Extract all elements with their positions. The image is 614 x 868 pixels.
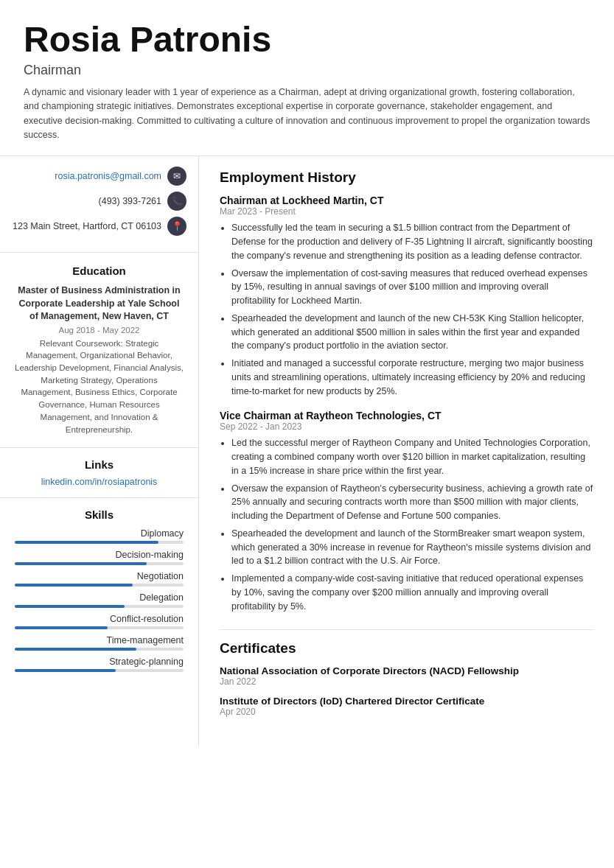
skill-item: Time-management bbox=[15, 635, 184, 651]
contact-section: rosia.patronis@gmail.com ✉ (493) 393-726… bbox=[0, 156, 198, 253]
job-date: Mar 2023 - Present bbox=[220, 206, 593, 217]
skill-item: Diplomacy bbox=[15, 528, 184, 544]
page-header: Rosia Patronis Chairman A dynamic and vi… bbox=[0, 0, 614, 156]
job-bullet: Led the successful merger of Raytheon Co… bbox=[231, 436, 593, 477]
skill-name: Delegation bbox=[15, 592, 184, 603]
skills-section: Skills Diplomacy Decision-making Negotia… bbox=[0, 498, 198, 688]
email-icon: ✉ bbox=[167, 167, 186, 186]
education-title: Master of Business Administration in Cor… bbox=[15, 284, 184, 323]
skill-name: Time-management bbox=[15, 635, 184, 645]
job-bullet: Spearheaded the development and launch o… bbox=[231, 527, 593, 568]
links-heading: Links bbox=[15, 458, 184, 471]
job-entry: Chairman at Lockheed Martin, CT Mar 2023… bbox=[220, 195, 593, 398]
candidate-title: Chairman bbox=[24, 63, 590, 78]
job-bullets: Successfully led the team in securing a … bbox=[220, 221, 593, 398]
job-bullet: Implemented a company-wide cost-saving i… bbox=[231, 572, 593, 613]
skill-bar-fill bbox=[15, 648, 136, 651]
job-entry: Vice Chairman at Raytheon Technologies, … bbox=[220, 410, 593, 613]
skill-item: Conflict-resolution bbox=[15, 614, 184, 629]
location-icon: 📍 bbox=[167, 217, 186, 236]
job-bullet: Oversaw the expansion of Raytheon's cybe… bbox=[231, 482, 593, 523]
sidebar: rosia.patronis@gmail.com ✉ (493) 393-726… bbox=[0, 156, 199, 746]
skill-name: Decision-making bbox=[15, 550, 184, 560]
candidate-name: Rosia Patronis bbox=[24, 21, 590, 60]
job-bullet: Spearheaded the development and launch o… bbox=[231, 312, 593, 353]
email-link[interactable]: rosia.patronis@gmail.com bbox=[55, 171, 161, 181]
skill-item: Negotiation bbox=[15, 571, 184, 587]
cert-date: Jan 2022 bbox=[220, 676, 593, 687]
job-bullet: Oversaw the implementation of cost-savin… bbox=[231, 267, 593, 308]
job-bullets: Led the successful merger of Raytheon Co… bbox=[220, 436, 593, 613]
skill-bar-bg bbox=[15, 669, 184, 672]
job-bullet: Successfully led the team in securing a … bbox=[231, 221, 593, 262]
phone-icon: 📞 bbox=[167, 192, 186, 211]
skill-bar-fill bbox=[15, 626, 108, 629]
address-item: 123 Main Street, Hartford, CT 06103 📍 bbox=[12, 217, 186, 236]
links-section: Links linkedin.com/in/rosiapatronis bbox=[0, 448, 198, 498]
certificates-section: Certificates National Association of Cor… bbox=[220, 640, 593, 717]
main-content: Employment History Chairman at Lockheed … bbox=[199, 156, 614, 746]
phone-text: (493) 393-7261 bbox=[99, 196, 161, 206]
education-courses: Relevant Coursework: Strategic Managemen… bbox=[15, 337, 184, 435]
candidate-summary: A dynamic and visionary leader with 1 ye… bbox=[24, 85, 590, 143]
education-dates: Aug 2018 - May 2022 bbox=[15, 326, 184, 335]
skill-name: Diplomacy bbox=[15, 528, 184, 539]
skill-bar-bg bbox=[15, 626, 184, 629]
skill-name: Strategic-planning bbox=[15, 657, 184, 667]
job-title: Chairman at Lockheed Martin, CT bbox=[220, 195, 593, 206]
skill-bar-fill bbox=[15, 562, 147, 565]
education-heading: Education bbox=[15, 265, 184, 277]
job-bullet: Initiated and managed a successful corpo… bbox=[231, 357, 593, 398]
email-item: rosia.patronis@gmail.com ✉ bbox=[12, 167, 186, 186]
employment-heading: Employment History bbox=[220, 169, 593, 186]
skills-list: Diplomacy Decision-making Negotiation De… bbox=[15, 528, 184, 672]
job-title: Vice Chairman at Raytheon Technologies, … bbox=[220, 410, 593, 421]
linkedin-link[interactable]: linkedin.com/in/rosiapatronis bbox=[15, 477, 184, 487]
skill-bar-fill bbox=[15, 541, 158, 544]
skill-bar-fill bbox=[15, 669, 116, 672]
cert-entry: Institute of Directors (IoD) Chartered D… bbox=[220, 696, 593, 717]
skill-item: Strategic-planning bbox=[15, 657, 184, 672]
phone-item: (493) 393-7261 📞 bbox=[12, 192, 186, 211]
cert-title: Institute of Directors (IoD) Chartered D… bbox=[220, 696, 593, 707]
cert-date: Apr 2020 bbox=[220, 707, 593, 717]
education-section: Education Master of Business Administrat… bbox=[0, 253, 198, 448]
main-layout: rosia.patronis@gmail.com ✉ (493) 393-726… bbox=[0, 156, 614, 746]
skill-bar-bg bbox=[15, 562, 184, 565]
education-entry: Master of Business Administration in Cor… bbox=[15, 284, 184, 435]
cert-title: National Association of Corporate Direct… bbox=[220, 665, 593, 676]
cert-entry: National Association of Corporate Direct… bbox=[220, 665, 593, 687]
skill-item: Decision-making bbox=[15, 550, 184, 565]
skill-bar-fill bbox=[15, 584, 133, 587]
certs-list: National Association of Corporate Direct… bbox=[220, 665, 593, 717]
jobs-list: Chairman at Lockheed Martin, CT Mar 2023… bbox=[220, 195, 593, 613]
job-date: Sep 2022 - Jan 2023 bbox=[220, 421, 593, 432]
skill-bar-fill bbox=[15, 605, 125, 608]
skill-item: Delegation bbox=[15, 592, 184, 608]
address-text: 123 Main Street, Hartford, CT 06103 bbox=[13, 220, 161, 234]
skill-bar-bg bbox=[15, 541, 184, 544]
skill-name: Negotiation bbox=[15, 571, 184, 581]
skill-name: Conflict-resolution bbox=[15, 614, 184, 624]
skills-heading: Skills bbox=[15, 508, 184, 521]
skill-bar-bg bbox=[15, 648, 184, 651]
skill-bar-bg bbox=[15, 605, 184, 608]
skill-bar-bg bbox=[15, 584, 184, 587]
employment-section: Employment History Chairman at Lockheed … bbox=[220, 169, 593, 613]
certificates-heading: Certificates bbox=[220, 640, 593, 657]
